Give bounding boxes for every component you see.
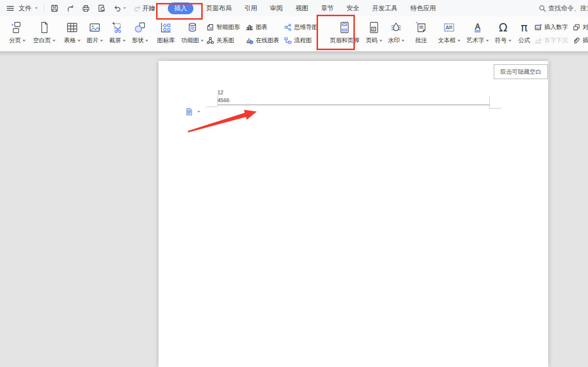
relation-diagram-icon (206, 36, 214, 45)
export-button[interactable] (65, 3, 76, 14)
picture-label: 图片 (87, 36, 99, 45)
undo-button[interactable] (112, 3, 127, 14)
tab-1[interactable]: 开始 (142, 2, 155, 14)
function-diagram-icon (186, 21, 199, 34)
textbox-button[interactable]: A文本框 (435, 16, 463, 51)
page-number-button[interactable]: #页码 (363, 16, 385, 51)
document-page[interactable]: 双击可隐藏空白 12 4566 (159, 61, 548, 367)
wordart-label: 艺术字 (467, 36, 484, 45)
margin-mark-right-horizontal (489, 108, 501, 109)
chevron-down-icon (53, 40, 55, 42)
object-button[interactable]: 对象 (572, 21, 588, 33)
ribbon-small-column: 对象插入附件 (572, 16, 588, 51)
redo-button (132, 3, 143, 14)
online-chart-button[interactable]: 在线图表 (245, 34, 284, 46)
svg-text:A: A (446, 25, 450, 30)
formula-button[interactable]: π公式 (514, 16, 534, 51)
tab-7[interactable]: 章节 (321, 2, 334, 14)
chevron-down-icon (23, 40, 26, 42)
wordart-button[interactable]: A艺术字 (463, 16, 492, 51)
ribbon-toolbar: 分页空白页表格图片截屏形状图标库功能图智能图形关系图图表在线图表思维导图流程图页… (0, 16, 588, 52)
document-area: 双击可隐藏空白 12 4566 (0, 52, 588, 367)
chart-label: 图表 (256, 23, 267, 31)
comment-button[interactable]: *批注 (409, 16, 433, 51)
relation-diagram-button[interactable]: 关系图 (206, 34, 245, 46)
header-text-line-2[interactable]: 4566 (217, 97, 229, 104)
online-chart-icon (245, 36, 254, 45)
object-label: 对象 (583, 23, 588, 31)
flowchart-button[interactable]: 流程图 (284, 34, 324, 46)
chevron-down-icon (379, 40, 382, 42)
margin-mark-left-vertical (217, 95, 218, 107)
screenshot-button[interactable]: 截屏 (106, 16, 129, 51)
mindmap-button[interactable]: 思维导图 (284, 21, 324, 33)
hide-blank-space-button[interactable]: 双击可隐藏空白 (494, 64, 548, 79)
tab-2[interactable]: 插入 (168, 2, 193, 14)
svg-text:A: A (475, 23, 481, 31)
margin-mark-right-vertical (489, 96, 490, 108)
chevron-down-icon (401, 40, 404, 42)
insert-number-label: 插入数字 (544, 23, 568, 31)
smart-graphic-button[interactable]: 智能图形 (206, 21, 245, 33)
chevron-down-icon (100, 40, 103, 42)
print-preview-button[interactable] (96, 3, 107, 14)
comment-icon: * (415, 21, 428, 34)
watermark-button[interactable]: 水印 (385, 16, 407, 51)
chevron-down-icon (486, 40, 489, 42)
tab-9[interactable]: 开发工具 (372, 2, 398, 14)
chart-icon (245, 23, 254, 31)
header-underline (217, 105, 489, 105)
ribbon-shadow (0, 52, 588, 56)
attachment-button[interactable]: 插入附件 (572, 34, 588, 46)
chevron-down-icon[interactable] (197, 111, 200, 113)
header-footer-icon (338, 21, 351, 34)
function-diagram-button[interactable]: 功能图 (179, 16, 206, 51)
ribbon-small-column: 思维导图流程图 (284, 16, 324, 51)
screenshot-icon (111, 21, 124, 34)
print-button[interactable] (80, 3, 91, 14)
icon-library-button[interactable]: 图标库 (153, 16, 179, 51)
smart-graphic-icon (206, 23, 214, 31)
tab-4[interactable]: 引用 (244, 2, 257, 14)
file-menu-label: 文件 (19, 4, 31, 13)
page-number-label: 页码 (366, 36, 378, 45)
svg-text:*: * (416, 21, 418, 27)
icon-library-label: 图标库 (157, 36, 175, 45)
svg-text:A: A (535, 37, 539, 43)
tab-6[interactable]: 视图 (295, 2, 308, 14)
relation-diagram-label: 关系图 (216, 36, 234, 45)
flowchart-label: 流程图 (294, 36, 312, 45)
picture-button[interactable]: 图片 (83, 16, 106, 51)
header-footer-button[interactable]: 页眉和页脚 (326, 16, 363, 51)
chevron-down-icon (123, 40, 126, 42)
header-text-line-1[interactable]: 12 (217, 89, 223, 96)
ribbon-small-column: 图表在线图表 (245, 16, 284, 51)
chevron-down-icon (457, 40, 460, 42)
header-options-icon[interactable] (185, 108, 193, 116)
page-number-icon: # (368, 21, 380, 34)
shapes-button[interactable]: 形状 (129, 16, 151, 51)
table-button[interactable]: 表格 (61, 16, 83, 51)
chart-button[interactable]: 图表 (245, 21, 284, 33)
search-box[interactable]: 查找命令、搜索 (538, 0, 588, 16)
drop-cap-button: A首字下沉 (534, 34, 572, 46)
hamburger-icon[interactable] (6, 4, 15, 13)
search-icon (538, 4, 546, 12)
save-button[interactable] (49, 3, 60, 14)
tab-8[interactable]: 安全 (347, 2, 359, 14)
blank-page-label: 空白页 (33, 36, 51, 45)
tab-3[interactable]: 页面布局 (206, 2, 232, 14)
smart-graphic-label: 智能图形 (216, 23, 240, 31)
online-chart-label: 在线图表 (256, 36, 279, 45)
blank-page-button[interactable]: 空白页 (29, 16, 59, 51)
tab-5[interactable]: 审阅 (270, 2, 283, 14)
tab-10[interactable]: 特色应用 (410, 2, 436, 14)
file-menu-button[interactable]: 文件 (19, 4, 38, 13)
page-break-button[interactable]: 分页 (5, 16, 29, 51)
insert-number-button[interactable]: 123插入数字 (534, 21, 572, 33)
watermark-icon (390, 21, 402, 34)
mindmap-label: 思维导图 (294, 23, 318, 31)
chevron-down-icon[interactable] (123, 7, 126, 9)
icon-library-icon (160, 21, 172, 34)
symbol-button[interactable]: Ω符号 (492, 16, 514, 51)
